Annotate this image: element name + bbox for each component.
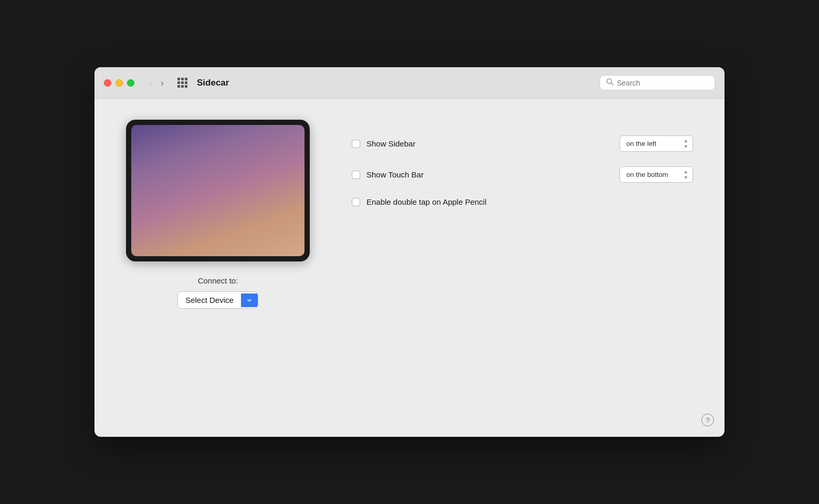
show-sidebar-dropdown-value: on the left [626, 140, 680, 148]
grid-icon[interactable] [177, 78, 187, 88]
show-touch-bar-dropdown[interactable]: on the bottom ▲ ▼ [620, 166, 693, 183]
nav-buttons: ‹ › [146, 76, 167, 90]
show-touch-bar-dropdown-value: on the bottom [626, 171, 680, 178]
back-button[interactable]: ‹ [146, 76, 155, 90]
dropdown-arrows-touch-bar-icon: ▲ ▼ [684, 169, 688, 180]
show-touch-bar-checkbox[interactable] [352, 171, 360, 179]
show-sidebar-checkbox[interactable] [352, 140, 360, 148]
dropdown-arrows-icon: ▲ ▼ [684, 138, 688, 149]
help-button[interactable]: ? [701, 414, 714, 426]
select-device-button[interactable]: Select Device [177, 291, 258, 309]
ipad-screen [131, 125, 304, 256]
traffic-lights [104, 79, 134, 87]
window-title: Sidecar [197, 78, 593, 88]
minimize-button[interactable] [116, 79, 123, 87]
select-device-text: Select Device [178, 292, 241, 308]
forward-button[interactable]: › [158, 76, 167, 90]
ipad-frame [126, 120, 310, 261]
maximize-button[interactable] [127, 79, 134, 87]
show-sidebar-row: Show Sidebar on the left ▲ ▼ [352, 135, 693, 152]
content-area: Connect to: Select Device Show Sidebar [94, 99, 724, 414]
connect-to-label: Connect to: [198, 276, 238, 285]
select-device-arrow-icon [241, 293, 258, 307]
show-sidebar-label: Show Sidebar [366, 139, 613, 148]
main-window: ‹ › Sidecar [94, 67, 724, 437]
show-sidebar-dropdown[interactable]: on the left ▲ ▼ [620, 135, 693, 152]
search-input[interactable] [617, 79, 708, 87]
right-panel: Show Sidebar on the left ▲ ▼ Show Touch … [352, 120, 693, 206]
enable-pencil-checkbox[interactable] [352, 198, 360, 206]
search-icon [606, 78, 614, 87]
help-button-container: ? [94, 414, 724, 437]
connect-section: Connect to: Select Device [177, 276, 258, 309]
show-touch-bar-label: Show Touch Bar [366, 170, 613, 179]
svg-line-1 [611, 83, 613, 85]
enable-pencil-row: Enable double tap on Apple Pencil [352, 197, 693, 206]
search-box[interactable] [600, 75, 715, 90]
close-button[interactable] [104, 79, 111, 87]
enable-pencil-label: Enable double tap on Apple Pencil [366, 197, 693, 206]
left-panel: Connect to: Select Device [126, 120, 310, 309]
show-touch-bar-row: Show Touch Bar on the bottom ▲ ▼ [352, 166, 693, 183]
titlebar: ‹ › Sidecar [94, 67, 724, 99]
